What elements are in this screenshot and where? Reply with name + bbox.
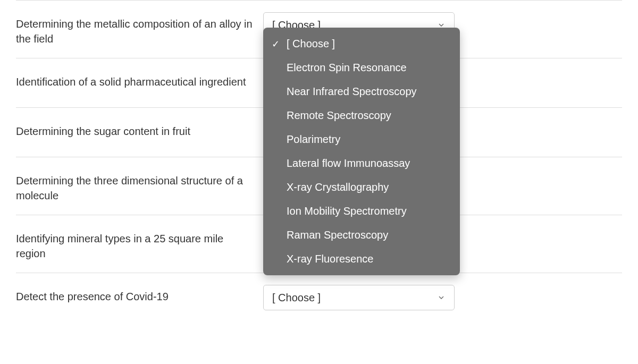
menu-option-label: [ Choose ] [287,38,335,49]
menu-option-label: X-ray Crystallography [287,181,389,193]
menu-option[interactable]: X-ray Fluoresence [263,247,460,271]
question-row: Detect the presence of Covid-19 [ Choose… [16,273,622,322]
matching-question-container: Determining the metallic composition of … [0,0,638,338]
checkmark-icon: ✓ [272,37,280,50]
menu-option-label: Remote Spectroscopy [287,109,391,121]
menu-option[interactable]: Raman Spectroscopy [263,223,460,247]
dropdown-menu: ✓ [ Choose ] Electron Spin Resonance Nea… [263,28,460,275]
question-prompt: Detect the presence of Covid-19 [16,285,253,304]
menu-option[interactable]: Near Infrared Spectroscopy [263,80,460,104]
menu-option[interactable]: Lateral flow Immunoassay [263,151,460,175]
menu-option-label: Near Infrared Spectroscopy [287,86,417,97]
question-prompt: Determining the sugar content in fruit [16,120,253,139]
menu-option-label: X-ray Fluoresence [287,253,373,265]
menu-option[interactable]: Remote Spectroscopy [263,104,460,128]
question-prompt: Identification of a solid pharmaceutical… [16,70,253,89]
question-prompt: Determining the metallic composition of … [16,12,253,46]
chevron-down-icon [437,293,446,302]
menu-option-label: Raman Spectroscopy [287,229,388,241]
menu-option[interactable]: ✓ [ Choose ] [263,32,460,56]
question-prompt: Determining the three dimensional struct… [16,169,253,203]
menu-option[interactable]: X-ray Crystallography [263,175,460,199]
menu-option-label: Electron Spin Resonance [287,62,407,73]
menu-option-label: Ion Mobility Spectrometry [287,205,407,217]
menu-option[interactable]: Electron Spin Resonance [263,56,460,80]
menu-option[interactable]: Ion Mobility Spectrometry [263,199,460,223]
question-prompt: Identifying mineral types in a 25 square… [16,227,253,261]
menu-option[interactable]: Polarimetry [263,128,460,151]
dropdown-label: [ Choose ] [272,292,321,304]
answer-dropdown[interactable]: [ Choose ] [263,285,455,310]
menu-option-label: Polarimetry [287,133,340,145]
menu-option-label: Lateral flow Immunoassay [287,157,410,169]
